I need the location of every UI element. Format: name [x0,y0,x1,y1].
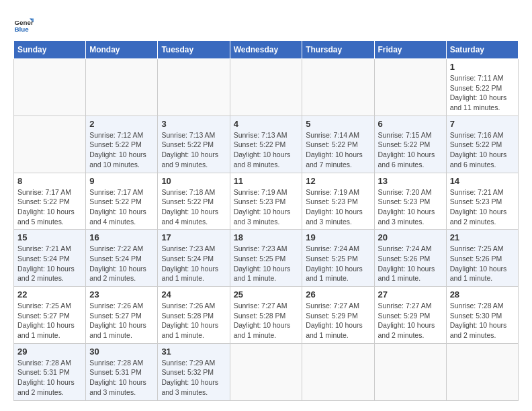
calendar-cell: 17Sunrise: 7:23 AM Sunset: 5:24 PM Dayli… [158,230,230,287]
calendar-cell: 8Sunrise: 7:17 AM Sunset: 5:22 PM Daylig… [14,173,86,230]
day-number: 7 [450,119,515,129]
calendar-cell: 7Sunrise: 7:16 AM Sunset: 5:22 PM Daylig… [446,116,518,173]
calendar-cell: 15Sunrise: 7:21 AM Sunset: 5:24 PM Dayli… [14,230,86,287]
day-info: Sunrise: 7:13 AM Sunset: 5:22 PM Dayligh… [234,130,299,170]
calendar-cell [14,59,86,116]
svg-text:Blue: Blue [15,26,30,33]
calendar-week-row: 29Sunrise: 7:28 AM Sunset: 5:31 PM Dayli… [14,343,519,400]
calendar-cell: 3Sunrise: 7:13 AM Sunset: 5:22 PM Daylig… [158,116,230,173]
day-header-monday: Monday [86,41,158,59]
calendar-week-row: 22Sunrise: 7:25 AM Sunset: 5:27 PM Dayli… [14,287,519,344]
calendar-cell [230,59,302,116]
logo-icon: General Blue [13,13,34,34]
calendar-cell: 11Sunrise: 7:19 AM Sunset: 5:23 PM Dayli… [230,173,302,230]
calendar-cell: 10Sunrise: 7:18 AM Sunset: 5:22 PM Dayli… [158,173,230,230]
calendar-cell: 27Sunrise: 7:27 AM Sunset: 5:29 PM Dayli… [374,287,446,344]
day-number: 17 [161,232,226,242]
day-info: Sunrise: 7:13 AM Sunset: 5:22 PM Dayligh… [161,130,226,170]
day-info: Sunrise: 7:23 AM Sunset: 5:24 PM Dayligh… [161,244,226,283]
calendar-cell: 16Sunrise: 7:22 AM Sunset: 5:24 PM Dayli… [86,230,158,287]
day-number: 30 [89,347,154,357]
day-number: 29 [17,347,82,357]
day-header-sunday: Sunday [14,41,86,59]
day-number: 12 [306,176,370,186]
day-info: Sunrise: 7:15 AM Sunset: 5:22 PM Dayligh… [378,130,443,170]
calendar-cell: 21Sunrise: 7:25 AM Sunset: 5:26 PM Dayli… [446,230,518,287]
day-info: Sunrise: 7:21 AM Sunset: 5:23 PM Dayligh… [450,187,515,227]
calendar-cell: 31Sunrise: 7:29 AM Sunset: 5:32 PM Dayli… [158,343,230,400]
day-number: 20 [378,232,443,242]
day-info: Sunrise: 7:25 AM Sunset: 5:27 PM Dayligh… [17,301,82,340]
day-number: 16 [89,232,154,242]
day-header-wednesday: Wednesday [230,41,302,59]
calendar-cell [302,343,374,400]
calendar-cell: 26Sunrise: 7:27 AM Sunset: 5:29 PM Dayli… [302,287,374,344]
calendar-table: SundayMondayTuesdayWednesdayThursdayFrid… [13,40,519,401]
day-info: Sunrise: 7:22 AM Sunset: 5:24 PM Dayligh… [89,244,154,283]
day-number: 22 [17,289,82,300]
day-number: 10 [161,176,226,186]
day-info: Sunrise: 7:26 AM Sunset: 5:28 PM Dayligh… [161,301,226,340]
day-number: 14 [450,176,515,186]
calendar-cell: 14Sunrise: 7:21 AM Sunset: 5:23 PM Dayli… [446,173,518,230]
calendar-header-row: SundayMondayTuesdayWednesdayThursdayFrid… [14,41,519,59]
day-info: Sunrise: 7:29 AM Sunset: 5:32 PM Dayligh… [161,358,226,398]
calendar-cell: 18Sunrise: 7:23 AM Sunset: 5:25 PM Dayli… [230,230,302,287]
calendar-cell [230,343,302,400]
calendar-week-row: 8Sunrise: 7:17 AM Sunset: 5:22 PM Daylig… [14,173,519,230]
calendar-cell: 2Sunrise: 7:12 AM Sunset: 5:22 PM Daylig… [86,116,158,173]
day-number: 11 [234,176,299,186]
calendar-cell [86,59,158,116]
logo: General Blue [13,13,36,34]
day-number: 28 [450,289,515,300]
calendar-cell: 25Sunrise: 7:27 AM Sunset: 5:28 PM Dayli… [230,287,302,344]
calendar-cell [302,59,374,116]
day-info: Sunrise: 7:28 AM Sunset: 5:31 PM Dayligh… [89,358,154,398]
day-number: 26 [306,289,370,300]
day-number: 1 [450,62,515,72]
day-info: Sunrise: 7:17 AM Sunset: 5:22 PM Dayligh… [17,187,82,227]
day-info: Sunrise: 7:26 AM Sunset: 5:27 PM Dayligh… [89,301,154,340]
day-info: Sunrise: 7:25 AM Sunset: 5:26 PM Dayligh… [450,244,515,283]
day-number: 19 [306,232,370,242]
calendar-cell [374,343,446,400]
day-info: Sunrise: 7:20 AM Sunset: 5:23 PM Dayligh… [378,187,443,227]
day-info: Sunrise: 7:24 AM Sunset: 5:26 PM Dayligh… [378,244,443,283]
day-info: Sunrise: 7:17 AM Sunset: 5:22 PM Dayligh… [89,187,154,227]
calendar-cell [446,343,518,400]
calendar-cell: 12Sunrise: 7:19 AM Sunset: 5:23 PM Dayli… [302,173,374,230]
day-number: 27 [378,289,443,300]
day-info: Sunrise: 7:18 AM Sunset: 5:22 PM Dayligh… [161,187,226,227]
calendar-cell: 23Sunrise: 7:26 AM Sunset: 5:27 PM Dayli… [86,287,158,344]
calendar-cell [14,116,86,173]
day-number: 5 [306,119,370,129]
day-info: Sunrise: 7:24 AM Sunset: 5:25 PM Dayligh… [306,244,370,283]
day-number: 23 [89,289,154,300]
calendar-cell: 6Sunrise: 7:15 AM Sunset: 5:22 PM Daylig… [374,116,446,173]
day-number: 2 [89,119,154,129]
day-number: 4 [234,119,299,129]
day-info: Sunrise: 7:11 AM Sunset: 5:22 PM Dayligh… [450,73,515,113]
day-info: Sunrise: 7:14 AM Sunset: 5:22 PM Dayligh… [306,130,370,170]
calendar-week-row: 1Sunrise: 7:11 AM Sunset: 5:22 PM Daylig… [14,59,519,116]
calendar-cell: 5Sunrise: 7:14 AM Sunset: 5:22 PM Daylig… [302,116,374,173]
day-number: 31 [161,347,226,357]
calendar-cell: 29Sunrise: 7:28 AM Sunset: 5:31 PM Dayli… [14,343,86,400]
day-number: 24 [161,289,226,300]
calendar-cell: 1Sunrise: 7:11 AM Sunset: 5:22 PM Daylig… [446,59,518,116]
day-header-saturday: Saturday [446,41,518,59]
day-number: 21 [450,232,515,242]
day-info: Sunrise: 7:19 AM Sunset: 5:23 PM Dayligh… [234,187,299,227]
header: General Blue [13,13,519,34]
day-info: Sunrise: 7:12 AM Sunset: 5:22 PM Dayligh… [89,130,154,170]
day-header-friday: Friday [374,41,446,59]
calendar-week-row: 2Sunrise: 7:12 AM Sunset: 5:22 PM Daylig… [14,116,519,173]
calendar-cell: 19Sunrise: 7:24 AM Sunset: 5:25 PM Dayli… [302,230,374,287]
calendar-cell: 13Sunrise: 7:20 AM Sunset: 5:23 PM Dayli… [374,173,446,230]
day-info: Sunrise: 7:27 AM Sunset: 5:29 PM Dayligh… [306,301,370,340]
day-number: 6 [378,119,443,129]
day-info: Sunrise: 7:28 AM Sunset: 5:31 PM Dayligh… [17,358,82,398]
calendar-cell: 4Sunrise: 7:13 AM Sunset: 5:22 PM Daylig… [230,116,302,173]
day-info: Sunrise: 7:23 AM Sunset: 5:25 PM Dayligh… [234,244,299,283]
calendar-cell: 28Sunrise: 7:28 AM Sunset: 5:30 PM Dayli… [446,287,518,344]
